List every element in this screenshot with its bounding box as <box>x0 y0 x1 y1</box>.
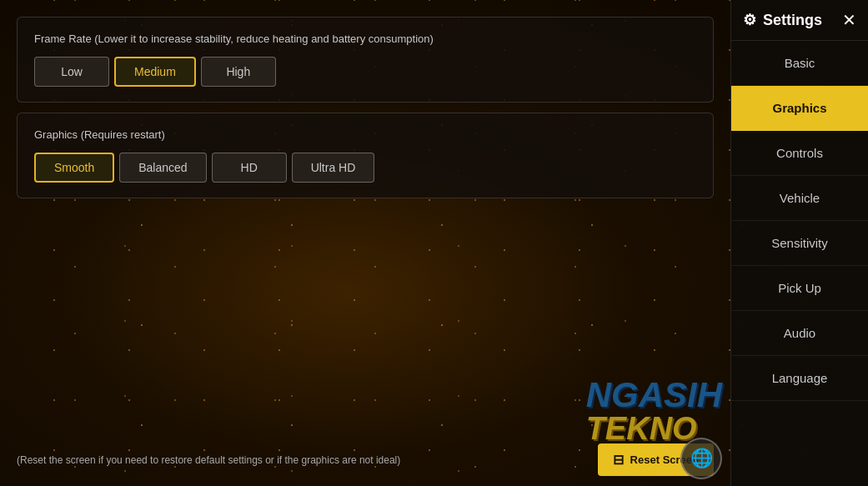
graphics-label: Graphics (Requires restart) <box>34 128 696 141</box>
sidebar-header: ⚙ Settings ✕ <box>731 0 868 41</box>
sidebar-item-graphics[interactable]: Graphics <box>731 86 868 131</box>
sidebar-item-vehicle[interactable]: Vehicle <box>731 176 868 221</box>
sidebar-nav: Basic Graphics Controls Vehicle Sensitiv… <box>731 41 868 486</box>
language-icon[interactable]: 🌐 <box>680 438 722 479</box>
gear-icon: ⚙ <box>743 11 756 29</box>
bottom-text: (Reset the screen if you need to restore… <box>17 454 400 466</box>
graphics-options: Smooth Balanced HD Ultra HD <box>34 153 696 183</box>
sidebar: ⚙ Settings ✕ Basic Graphics Controls Veh… <box>730 0 868 486</box>
watermark-line1: NGASIH <box>586 378 722 413</box>
frame-rate-low-button[interactable]: Low <box>34 57 109 87</box>
sidebar-item-sensitivity[interactable]: Sensitivity <box>731 221 868 266</box>
graphics-smooth-button[interactable]: Smooth <box>34 153 114 183</box>
sidebar-item-audio[interactable]: Audio <box>731 311 868 356</box>
frame-rate-label: Frame Rate (Lower it to increase stabili… <box>34 33 696 45</box>
close-icon[interactable]: ✕ <box>842 10 856 30</box>
graphics-ultra-hd-button[interactable]: Ultra HD <box>292 153 375 183</box>
sidebar-item-controls[interactable]: Controls <box>731 131 868 176</box>
frame-rate-panel: Frame Rate (Lower it to increase stabili… <box>17 17 714 103</box>
watermark: NGASIH TEKNO <box>586 378 722 444</box>
sidebar-title: ⚙ Settings <box>743 11 822 29</box>
sidebar-title-label: Settings <box>763 12 822 29</box>
graphics-panel: Graphics (Requires restart) Smooth Balan… <box>17 113 714 198</box>
sidebar-item-basic[interactable]: Basic <box>731 41 868 86</box>
graphics-balanced-button[interactable]: Balanced <box>119 153 206 183</box>
graphics-hd-button[interactable]: HD <box>212 153 287 183</box>
frame-rate-high-button[interactable]: High <box>201 57 276 87</box>
frame-rate-options: Low Medium High <box>34 57 696 87</box>
reset-icon: ⊟ <box>613 452 624 468</box>
frame-rate-medium-button[interactable]: Medium <box>114 57 196 87</box>
sidebar-item-pickup[interactable]: Pick Up <box>731 266 868 311</box>
sidebar-item-language[interactable]: Language <box>731 356 868 401</box>
